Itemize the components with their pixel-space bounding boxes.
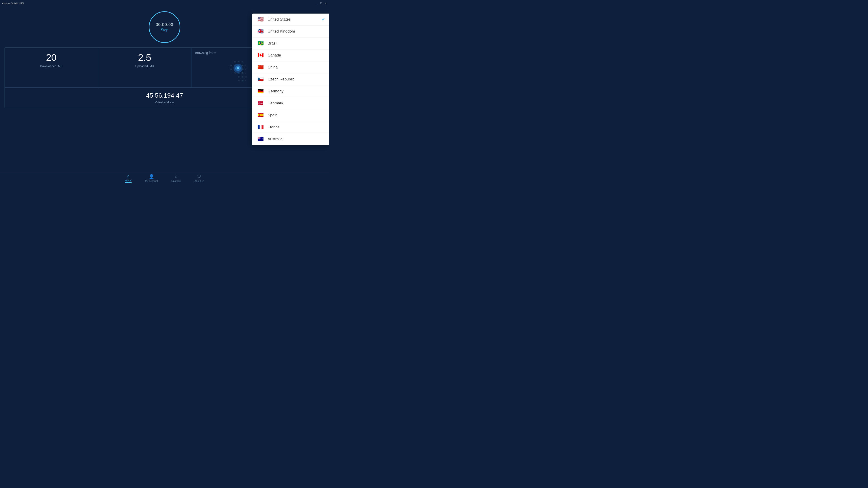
account-icon: 👤 — [149, 174, 154, 179]
window-controls: — ☐ ✕ — [315, 2, 327, 5]
flag-us: 🇺🇸 — [256, 17, 265, 22]
nav-upgrade[interactable]: ☆ Upgrade — [171, 174, 181, 182]
country-name-au: Australia — [268, 137, 325, 141]
app-title: Hotspot Shield VPN — [2, 2, 24, 5]
country-item-ca[interactable]: 🇨🇦Canada — [252, 50, 329, 61]
country-name-dk: Denmark — [268, 101, 325, 105]
flag-cz: 🇨🇿 — [256, 76, 265, 82]
country-name-gb: United Kingdom — [268, 29, 325, 34]
country-item-fr[interactable]: 🇫🇷France — [252, 121, 329, 133]
about-icon: 🛡 — [197, 174, 202, 179]
country-dropdown[interactable]: 🇺🇸United States✓🇬🇧United Kingdom🇧🇷Brasil… — [252, 13, 329, 145]
country-name-us: United States — [268, 17, 318, 22]
country-name-ca: Canada — [268, 53, 325, 58]
downloaded-stat: 20 Downloaded, MB — [5, 48, 98, 88]
minimize-button[interactable]: — — [315, 2, 318, 5]
uploaded-stat: 2.5 Uploaded, MB — [98, 48, 191, 88]
country-item-es[interactable]: 🇪🇸Spain — [252, 109, 329, 121]
flag-de: 🇩🇪 — [256, 89, 265, 94]
flag-cn: 🇨🇳 — [256, 65, 265, 70]
title-bar: Hotspot Shield VPN — ☐ ✕ — [0, 0, 329, 7]
country-item-de[interactable]: 🇩🇪Germany — [252, 86, 329, 97]
main-area: 00:00:03 Stop 20 Downloaded, MB 2.5 Uplo… — [0, 7, 329, 184]
flag-es: 🇪🇸 — [256, 112, 265, 118]
flag-ca: 🇨🇦 — [256, 53, 265, 58]
country-name-cz: Czech Republic — [268, 77, 325, 82]
uploaded-label: Uploaded, MB — [103, 64, 187, 68]
stop-button[interactable]: Stop — [161, 28, 168, 32]
nav-account-label: My account — [145, 180, 158, 182]
timer-circle: 00:00:03 Stop — [149, 11, 180, 43]
timer-display: 00:00:03 — [156, 22, 174, 27]
nav-home[interactable]: ⌂ Home — [125, 174, 131, 183]
upgrade-icon: ☆ — [174, 174, 178, 179]
main-content: 00:00:03 Stop 20 Downloaded, MB 2.5 Uplo… — [0, 7, 329, 184]
nav-home-label: Home — [125, 179, 131, 182]
nav-about-label: About us — [194, 180, 204, 182]
country-name-cn: China — [268, 65, 325, 70]
flag-dk: 🇩🇰 — [256, 101, 265, 106]
flag-fr: 🇫🇷 — [256, 125, 265, 130]
flag-br: 🇧🇷 — [256, 41, 265, 46]
nav-my-account[interactable]: 👤 My account — [145, 174, 158, 182]
close-button[interactable]: ✕ — [324, 2, 327, 5]
flag-au: 🇦🇺 — [256, 136, 265, 142]
country-name-br: Brasil — [268, 41, 325, 46]
bottom-nav: ⌂ Home 👤 My account ☆ Upgrade 🛡 About us — [0, 172, 329, 184]
country-item-us[interactable]: 🇺🇸United States✓ — [252, 13, 329, 26]
country-name-fr: France — [268, 125, 325, 129]
svg-point-10 — [238, 68, 239, 69]
home-icon: ⌂ — [127, 174, 129, 178]
selected-checkmark: ✓ — [322, 17, 325, 22]
country-item-au[interactable]: 🇦🇺Australia — [252, 133, 329, 145]
downloaded-value: 20 — [9, 52, 93, 63]
maximize-button[interactable]: ☐ — [320, 2, 323, 5]
nav-upgrade-label: Upgrade — [171, 180, 181, 182]
country-item-gb[interactable]: 🇬🇧United Kingdom — [252, 26, 329, 37]
flag-gb: 🇬🇧 — [256, 29, 265, 34]
country-item-br[interactable]: 🇧🇷Brasil — [252, 37, 329, 50]
country-name-de: Germany — [268, 89, 325, 94]
uploaded-value: 2.5 — [103, 52, 187, 63]
country-name-es: Spain — [268, 113, 325, 118]
country-item-cn[interactable]: 🇨🇳China — [252, 61, 329, 73]
svg-point-2 — [238, 72, 247, 83]
nav-about-us[interactable]: 🛡 About us — [194, 174, 204, 182]
country-item-dk[interactable]: 🇩🇰Denmark — [252, 97, 329, 109]
downloaded-label: Downloaded, MB — [9, 64, 93, 68]
country-item-cz[interactable]: 🇨🇿Czech Republic — [252, 73, 329, 86]
